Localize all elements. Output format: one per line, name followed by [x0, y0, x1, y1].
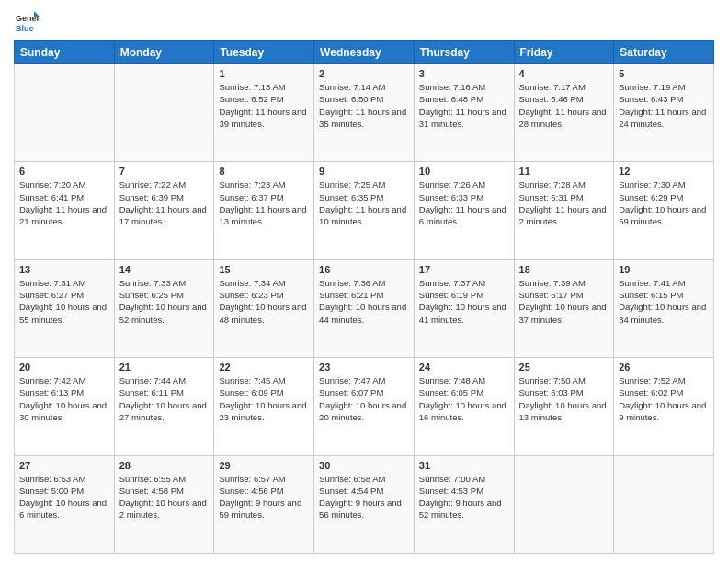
day-info-line: Sunset: 6:39 PM [119, 191, 210, 203]
day-info-line: Sunrise: 7:33 AM [119, 277, 210, 289]
day-info-line: Sunrise: 7:37 AM [419, 277, 509, 289]
day-info-line: Sunset: 6:29 PM [619, 191, 709, 203]
day-info: Sunrise: 7:39 AMSunset: 6:17 PMDaylight:… [519, 277, 609, 326]
calendar-cell [15, 64, 115, 162]
day-number: 11 [519, 166, 609, 177]
day-info-line: Daylight: 10 hours and 27 minutes. [119, 399, 210, 424]
day-number: 20 [19, 362, 109, 373]
day-number: 4 [519, 68, 609, 79]
day-info-line: Daylight: 10 hours and 2 minutes. [119, 497, 210, 522]
day-info: Sunrise: 7:41 AMSunset: 6:15 PMDaylight:… [619, 277, 709, 326]
day-info-line: Sunrise: 7:52 AM [619, 374, 709, 386]
calendar-cell: 16Sunrise: 7:36 AMSunset: 6:21 PMDayligh… [314, 259, 415, 357]
calendar-cell: 27Sunrise: 6:53 AMSunset: 5:00 PMDayligh… [15, 455, 115, 553]
day-info: Sunrise: 7:42 AMSunset: 6:13 PMDaylight:… [19, 374, 109, 423]
day-info-line: Sunset: 6:17 PM [519, 289, 609, 301]
day-number: 10 [419, 166, 509, 177]
day-info: Sunrise: 7:48 AMSunset: 6:05 PMDaylight:… [419, 374, 509, 423]
day-info-line: Sunset: 4:56 PM [219, 485, 309, 497]
weekday-header-friday: Friday [514, 41, 614, 64]
day-info-line: Sunrise: 7:41 AM [619, 277, 709, 289]
day-info-line: Sunrise: 7:45 AM [219, 374, 309, 386]
weekday-header-saturday: Saturday [614, 41, 714, 64]
calendar-week-5: 27Sunrise: 6:53 AMSunset: 5:00 PMDayligh… [15, 455, 714, 553]
day-info-line: Daylight: 11 hours and 21 minutes. [19, 203, 109, 228]
day-info: Sunrise: 7:26 AMSunset: 6:33 PMDaylight:… [419, 178, 509, 227]
day-info-line: Sunset: 6:13 PM [19, 386, 109, 398]
day-info-line: Sunset: 6:31 PM [519, 191, 609, 203]
day-number: 27 [19, 460, 109, 471]
day-number: 6 [19, 166, 109, 177]
day-info-line: Sunrise: 6:53 AM [19, 473, 109, 485]
day-info-line: Sunset: 6:43 PM [619, 93, 709, 105]
day-number: 26 [619, 362, 709, 373]
day-number: 12 [619, 166, 709, 177]
day-info-line: Daylight: 11 hours and 31 minutes. [419, 106, 509, 131]
day-number: 28 [119, 460, 210, 471]
day-info-line: Daylight: 9 hours and 52 minutes. [419, 497, 509, 522]
day-info-line: Daylight: 10 hours and 55 minutes. [19, 301, 109, 326]
calendar-cell: 6Sunrise: 7:20 AMSunset: 6:41 PMDaylight… [15, 162, 115, 259]
day-info-line: Sunset: 5:00 PM [19, 485, 109, 497]
day-info-line: Sunrise: 7:16 AM [419, 81, 509, 93]
day-info-line: Sunset: 6:25 PM [119, 289, 210, 301]
day-info-line: Daylight: 10 hours and 30 minutes. [19, 399, 109, 424]
day-info-line: Daylight: 11 hours and 10 minutes. [319, 203, 409, 228]
calendar-cell: 20Sunrise: 7:42 AMSunset: 6:13 PMDayligh… [15, 358, 115, 455]
day-info-line: Sunset: 6:19 PM [419, 289, 509, 301]
calendar-cell: 9Sunrise: 7:25 AMSunset: 6:35 PMDaylight… [314, 162, 415, 259]
weekday-header-wednesday: Wednesday [314, 41, 415, 64]
day-info-line: Daylight: 11 hours and 39 minutes. [219, 106, 309, 131]
day-info-line: Daylight: 10 hours and 20 minutes. [319, 399, 409, 424]
day-info: Sunrise: 7:47 AMSunset: 6:07 PMDaylight:… [319, 374, 409, 423]
calendar-cell: 22Sunrise: 7:45 AMSunset: 6:09 PMDayligh… [214, 358, 314, 455]
calendar-cell: 2Sunrise: 7:14 AMSunset: 6:50 PMDaylight… [314, 64, 415, 162]
day-info-line: Sunrise: 7:14 AM [319, 81, 409, 93]
day-info: Sunrise: 7:19 AMSunset: 6:43 PMDaylight:… [619, 81, 709, 130]
day-number: 14 [119, 264, 210, 275]
day-info-line: Daylight: 10 hours and 52 minutes. [119, 301, 210, 326]
day-info: Sunrise: 7:33 AMSunset: 6:25 PMDaylight:… [119, 277, 210, 326]
day-info-line: Daylight: 10 hours and 9 minutes. [619, 399, 709, 424]
day-info-line: Sunrise: 6:57 AM [219, 473, 309, 485]
calendar-cell: 29Sunrise: 6:57 AMSunset: 4:56 PMDayligh… [214, 455, 314, 553]
day-info-line: Sunset: 6:02 PM [619, 386, 709, 398]
day-info: Sunrise: 7:17 AMSunset: 6:46 PMDaylight:… [519, 81, 609, 130]
calendar-cell: 13Sunrise: 7:31 AMSunset: 6:27 PMDayligh… [15, 259, 115, 357]
day-info-line: Sunset: 6:50 PM [319, 93, 409, 105]
day-info-line: Daylight: 10 hours and 13 minutes. [519, 399, 609, 424]
weekday-header-tuesday: Tuesday [214, 41, 314, 64]
calendar-cell: 28Sunrise: 6:55 AMSunset: 4:58 PMDayligh… [114, 455, 214, 553]
calendar-cell: 3Sunrise: 7:16 AMSunset: 6:48 PMDaylight… [414, 64, 514, 162]
day-info: Sunrise: 7:34 AMSunset: 6:23 PMDaylight:… [219, 277, 309, 326]
calendar-header: SundayMondayTuesdayWednesdayThursdayFrid… [15, 41, 714, 64]
day-number: 8 [219, 166, 309, 177]
day-info-line: Sunset: 6:33 PM [419, 191, 509, 203]
day-number: 16 [319, 264, 409, 275]
day-info-line: Sunset: 6:41 PM [19, 191, 109, 203]
day-info-line: Sunset: 6:52 PM [219, 93, 309, 105]
day-info: Sunrise: 6:53 AMSunset: 5:00 PMDaylight:… [19, 473, 109, 522]
calendar-cell: 5Sunrise: 7:19 AMSunset: 6:43 PMDaylight… [614, 64, 714, 162]
day-info-line: Sunset: 6:46 PM [519, 93, 609, 105]
calendar-cell [614, 455, 714, 553]
day-info-line: Sunrise: 7:39 AM [519, 277, 609, 289]
day-info: Sunrise: 7:16 AMSunset: 6:48 PMDaylight:… [419, 81, 509, 130]
day-number: 17 [419, 264, 509, 275]
calendar-week-4: 20Sunrise: 7:42 AMSunset: 6:13 PMDayligh… [15, 358, 714, 455]
day-info-line: Sunrise: 7:48 AM [419, 374, 509, 386]
day-info: Sunrise: 7:52 AMSunset: 6:02 PMDaylight:… [619, 374, 709, 423]
calendar-cell: 12Sunrise: 7:30 AMSunset: 6:29 PMDayligh… [614, 162, 714, 259]
calendar-cell: 10Sunrise: 7:26 AMSunset: 6:33 PMDayligh… [414, 162, 514, 259]
day-info-line: Sunrise: 7:23 AM [219, 178, 309, 190]
day-info-line: Sunrise: 7:34 AM [219, 277, 309, 289]
day-info-line: Daylight: 11 hours and 17 minutes. [119, 203, 210, 228]
calendar-week-3: 13Sunrise: 7:31 AMSunset: 6:27 PMDayligh… [15, 259, 714, 357]
calendar-cell: 31Sunrise: 7:00 AMSunset: 4:53 PMDayligh… [414, 455, 514, 553]
page-header: General Blue [14, 9, 714, 35]
day-number: 9 [319, 166, 409, 177]
calendar-cell [514, 455, 614, 553]
day-info-line: Sunrise: 7:19 AM [619, 81, 709, 93]
day-number: 1 [219, 68, 309, 79]
day-info-line: Daylight: 11 hours and 2 minutes. [519, 203, 609, 228]
